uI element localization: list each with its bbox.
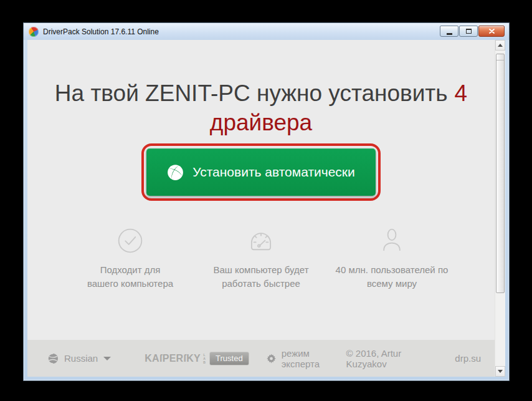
scrollbar-up-button[interactable]	[495, 40, 505, 51]
content-area: На твой ZENIT-PC нужно установить4 драйв…	[27, 40, 495, 340]
page-title: На твой ZENIT-PC нужно установить4 драйв…	[27, 79, 495, 137]
kaspersky-lab-label: LAB	[202, 353, 206, 364]
footer-bar: Russian KAſPERſKY LAB Trusted режим эксп…	[27, 340, 495, 377]
heading-dark-text: На твой ZENIT-PC нужно установить	[55, 80, 448, 106]
maximize-icon	[466, 29, 472, 34]
feature-caption: Подходит для вашего компьютера	[65, 263, 196, 291]
expert-mode-button[interactable]: режим эксперта	[267, 348, 346, 369]
gear-icon	[267, 354, 276, 364]
install-automatically-button[interactable]: Установить автоматически	[146, 148, 376, 196]
heading-line-1: На твой ZENIT-PC нужно установить4	[27, 79, 495, 108]
scroll-down-icon	[498, 370, 503, 373]
close-icon	[489, 29, 495, 34]
expert-mode-label: режим эксперта	[282, 348, 346, 369]
feature-caption: 40 млн. пользователей по всему миру	[326, 263, 457, 291]
driverpack-globe-icon	[167, 164, 184, 181]
highlight-annotation: Установить автоматически	[141, 143, 381, 201]
feature-users: 40 млн. пользователей по всему миру	[326, 227, 457, 291]
user-icon	[378, 227, 406, 254]
scrollbar-thumb-grip	[496, 60, 504, 60]
feature-faster: Ваш компьютер будет работать быстрее	[196, 227, 326, 291]
features-row: Подходит для вашего компьютера	[27, 227, 495, 291]
heading-line-2: драйвера	[27, 108, 495, 137]
kaspersky-trusted-link[interactable]: KAſPERſKY LAB Trusted	[145, 352, 249, 365]
minimize-button[interactable]	[440, 26, 458, 37]
maximize-button[interactable]	[459, 26, 478, 37]
app-window: DriverPack Solution 17.6.11 Online На тв…	[23, 22, 510, 381]
scrollbar-down-button[interactable]	[495, 366, 505, 377]
copyright-text: © 2016, Artur Kuzyakov	[346, 348, 439, 369]
chevron-down-icon	[103, 357, 111, 360]
scrollbar-thumb[interactable]	[496, 54, 505, 293]
close-button[interactable]	[478, 26, 505, 37]
trusted-badge: Trusted	[209, 352, 249, 365]
language-label: Russian	[64, 353, 98, 364]
titlebar[interactable]: DriverPack Solution 17.6.11 Online	[24, 23, 509, 40]
window-title: DriverPack Solution 17.6.11 Online	[43, 27, 159, 36]
window-controls	[440, 26, 505, 37]
speedometer-icon	[247, 227, 275, 254]
kaspersky-logo: KAſPERſKY	[145, 353, 201, 364]
install-button-label: Установить автоматически	[192, 165, 355, 180]
main-column: На твой ZENIT-PC нужно установить4 драйв…	[27, 40, 495, 377]
scroll-up-icon	[498, 44, 503, 47]
client-area: На твой ZENIT-PC нужно установить4 драйв…	[27, 40, 505, 377]
minimize-icon	[447, 33, 452, 35]
driverpack-app-icon	[29, 27, 39, 37]
heading-driver-count: 4	[455, 80, 468, 106]
site-link[interactable]: drp.su	[455, 353, 481, 364]
check-circle-icon	[116, 227, 144, 254]
language-selector[interactable]: Russian	[47, 353, 111, 364]
globe-icon	[47, 353, 59, 364]
scrollbar-track[interactable]	[495, 40, 505, 377]
feature-caption: Ваш компьютер будет работать быстрее	[196, 263, 326, 291]
feature-compatible: Подходит для вашего компьютера	[65, 227, 196, 291]
desktop-background: { "window": { "title": "DriverPack Solut…	[0, 0, 532, 401]
